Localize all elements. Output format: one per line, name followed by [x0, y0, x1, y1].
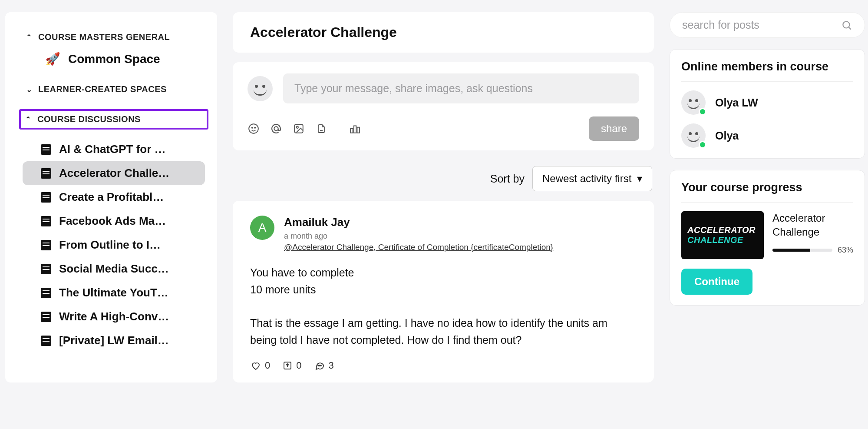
- svg-rect-7: [354, 126, 356, 133]
- emoji-icon[interactable]: [248, 123, 260, 135]
- sidebar-item-discussion[interactable]: Accelerator Challe…: [23, 161, 205, 185]
- svg-rect-4: [294, 124, 303, 133]
- sidebar-item-discussion[interactable]: AI & ChatGPT for …: [23, 137, 205, 161]
- svg-point-12: [320, 365, 321, 366]
- course-name: Accelerator Challenge: [772, 211, 853, 239]
- page-title: Accelerator Challenge: [233, 12, 654, 53]
- post-time: a month ago: [284, 232, 553, 241]
- book-icon: [41, 264, 51, 274]
- search-input[interactable]: search for posts: [670, 12, 865, 38]
- sidebar-item-discussion[interactable]: Social Media Succ…: [23, 257, 205, 281]
- sidebar-item-label: Accelerator Challe…: [59, 166, 169, 180]
- message-input[interactable]: Type your message, share images, ask que…: [283, 73, 639, 103]
- svg-point-5: [297, 126, 298, 128]
- sidebar-item-label: From Outline to I…: [59, 238, 161, 252]
- share-post-button[interactable]: 0: [282, 360, 301, 371]
- progress-card: Your course progress ACCELERATOR CHALLEN…: [670, 170, 865, 306]
- sidebar-item-discussion[interactable]: The Ultimate YouT…: [23, 281, 205, 305]
- sidebar-item-label: Facebook Ads Ma…: [59, 214, 166, 228]
- like-button[interactable]: 0: [250, 360, 270, 371]
- post-context-link[interactable]: @Accelerator Challenge, Certificate of C…: [284, 243, 553, 252]
- book-icon: [41, 216, 51, 226]
- sidebar-item-label: Write A High-Conv…: [59, 310, 169, 323]
- post-body: You have to complete 10 more units That …: [250, 264, 637, 349]
- poll-icon[interactable]: [349, 123, 361, 135]
- section-label: COURSE MASTERS GENERAL: [38, 32, 170, 42]
- course-thumbnail[interactable]: ACCELERATOR CHALLENGE: [681, 211, 764, 259]
- progress-title: Your course progress: [681, 181, 853, 203]
- sort-select[interactable]: Newest activity first ▾: [532, 166, 652, 191]
- post: A Amailuk Jay a month ago @Accelerator C…: [233, 201, 654, 382]
- book-icon: [41, 192, 51, 203]
- sidebar-item-discussion[interactable]: [Private] LW Email…: [23, 329, 205, 353]
- member-item[interactable]: Olya LW: [681, 90, 853, 115]
- sidebar-item-label: Common Space: [68, 52, 160, 66]
- book-icon: [41, 168, 51, 179]
- right-rail: search for posts Online members in cours…: [670, 12, 865, 382]
- chevron-up-icon: ⌃: [24, 115, 32, 123]
- file-icon[interactable]: [315, 123, 327, 135]
- book-icon: [41, 336, 51, 346]
- svg-point-11: [319, 365, 320, 366]
- online-title: Online members in course: [681, 60, 853, 82]
- share-button[interactable]: share: [589, 116, 639, 141]
- avatar-self: [248, 76, 273, 101]
- section-label: COURSE DISCUSSIONS: [37, 114, 141, 124]
- sidebar-item-discussion[interactable]: Create a Profitabl…: [23, 185, 205, 209]
- search-icon: [841, 20, 852, 31]
- avatar: A: [250, 216, 274, 240]
- sidebar-item-discussion[interactable]: Facebook Ads Ma…: [23, 209, 205, 233]
- section-general[interactable]: ⌃ COURSE MASTERS GENERAL: [23, 28, 205, 47]
- section-discussions[interactable]: ⌃ COURSE DISCUSSIONS: [19, 109, 208, 130]
- discussion-list: AI & ChatGPT for …Accelerator Challe…Cre…: [23, 137, 205, 353]
- progress-bar: [772, 249, 832, 252]
- book-icon: [41, 144, 51, 155]
- sidebar-item-label: [Private] LW Email…: [59, 334, 169, 347]
- svg-rect-8: [357, 127, 359, 133]
- sort-label: Sort by: [490, 173, 525, 185]
- book-icon: [41, 312, 51, 322]
- section-label: LEARNER-CREATED SPACES: [38, 84, 167, 94]
- svg-rect-6: [350, 129, 353, 133]
- sidebar-item-discussion[interactable]: Write A High-Conv…: [23, 305, 205, 329]
- members-list: Olya LWOlya: [681, 90, 853, 148]
- book-icon: [41, 240, 51, 250]
- presence-indicator: [699, 141, 706, 149]
- image-icon[interactable]: [293, 123, 305, 135]
- post-author[interactable]: Amailuk Jay: [284, 216, 553, 229]
- sidebar: ⌃ COURSE MASTERS GENERAL 🚀 Common Space …: [5, 12, 217, 382]
- chevron-up-icon: ⌃: [25, 33, 33, 41]
- svg-point-10: [318, 365, 319, 366]
- main: Accelerator Challenge Type your message,…: [233, 12, 654, 382]
- section-learner[interactable]: ⌃ LEARNER-CREATED SPACES: [23, 80, 205, 99]
- sidebar-item-common-space[interactable]: 🚀 Common Space: [23, 47, 205, 71]
- sidebar-item-label: Create a Profitabl…: [59, 190, 164, 204]
- svg-point-0: [249, 124, 258, 133]
- online-members-card: Online members in course Olya LWOlya: [670, 49, 865, 159]
- chevron-down-icon: ⌃: [25, 85, 33, 93]
- sidebar-item-discussion[interactable]: From Outline to I…: [23, 233, 205, 257]
- rocket-icon: 🚀: [45, 52, 60, 66]
- member-item[interactable]: Olya: [681, 123, 853, 148]
- member-name: Olya LW: [715, 96, 758, 109]
- svg-point-13: [843, 21, 849, 28]
- presence-indicator: [699, 108, 706, 116]
- divider: [338, 123, 338, 134]
- chevron-down-icon: ▾: [637, 173, 642, 184]
- book-icon: [41, 288, 51, 298]
- sidebar-item-label: Social Media Succ…: [59, 262, 169, 276]
- comments-button[interactable]: 3: [314, 360, 334, 371]
- svg-point-3: [274, 126, 278, 130]
- continue-button[interactable]: Continue: [681, 269, 752, 295]
- sort-row: Sort by Newest activity first ▾: [234, 166, 652, 191]
- progress-percent: 63%: [838, 246, 853, 255]
- svg-point-2: [254, 127, 255, 128]
- sidebar-item-label: The Ultimate YouT…: [59, 286, 168, 299]
- member-name: Olya: [715, 130, 739, 142]
- composer: Type your message, share images, ask que…: [233, 62, 654, 150]
- mention-icon[interactable]: [270, 123, 282, 135]
- sidebar-item-label: AI & ChatGPT for …: [59, 143, 166, 156]
- svg-point-1: [252, 127, 253, 128]
